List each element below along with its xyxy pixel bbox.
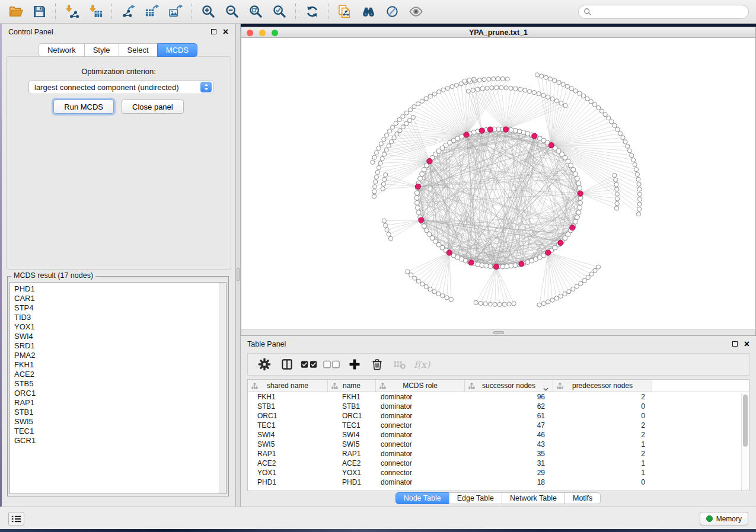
- run-mcds-button[interactable]: Run MCDS: [53, 100, 114, 114]
- cell-name: ACE2: [328, 459, 376, 468]
- network-canvas[interactable]: [241, 38, 755, 329]
- close-window-button[interactable]: [247, 30, 253, 36]
- tab-edge-table[interactable]: Edge Table: [449, 492, 502, 504]
- search-icon: [583, 8, 592, 16]
- export-table-button[interactable]: [140, 2, 164, 22]
- select-all-columns-button[interactable]: [298, 355, 321, 374]
- mcds-result-item[interactable]: PMA2: [14, 351, 226, 360]
- close-panel-icon[interactable]: ×: [744, 341, 749, 347]
- tab-mcds[interactable]: MCDS: [157, 43, 197, 57]
- maximize-window-button[interactable]: [272, 30, 278, 36]
- table-row[interactable]: YOX1YOX1connector291: [248, 468, 749, 477]
- find-button[interactable]: [356, 2, 380, 22]
- tab-motifs[interactable]: Motifs: [564, 492, 601, 504]
- zoom-in-button[interactable]: [196, 2, 220, 22]
- list-icon: [11, 515, 21, 523]
- mcds-result-item[interactable]: CAR1: [14, 294, 226, 303]
- table-row[interactable]: SWI5SWI5connector431: [248, 440, 749, 449]
- cytoscape-window: Control Panel × NetworkStyleSelectMCDS O…: [0, 0, 756, 532]
- create-column-button[interactable]: [343, 355, 366, 374]
- table-row[interactable]: PHD1PHD1dominator180: [248, 477, 749, 487]
- splitter-handle[interactable]: [237, 268, 240, 281]
- close-panel-icon[interactable]: ×: [223, 29, 228, 35]
- table-row[interactable]: ACE2ACE2connector311: [248, 459, 749, 468]
- first-neighbors-button[interactable]: [404, 2, 428, 22]
- memory-button[interactable]: Memory: [700, 512, 748, 525]
- table-settings-button[interactable]: [253, 355, 276, 374]
- export-image-button[interactable]: [164, 2, 187, 22]
- column-header-name[interactable]: name: [328, 380, 376, 392]
- vertical-splitter[interactable]: [235, 24, 241, 507]
- search-box[interactable]: [578, 5, 749, 19]
- show-graphics-details-button[interactable]: [380, 2, 404, 22]
- horizontal-splitter[interactable]: [241, 329, 755, 335]
- splitter-handle[interactable]: [493, 331, 504, 334]
- cell-predecessor-nodes: 2: [553, 421, 652, 430]
- minimize-window-button[interactable]: [259, 30, 266, 36]
- cell-successor-nodes: 61: [465, 411, 553, 421]
- column-header-successor-nodes[interactable]: successor nodes: [465, 380, 553, 392]
- mcds-result-item[interactable]: STP4: [14, 303, 226, 313]
- import-table-button[interactable]: [84, 2, 107, 22]
- column-header-predecessor-nodes[interactable]: predecessor nodes: [553, 380, 652, 392]
- table-row[interactable]: SWI4SWI4dominator462: [248, 430, 749, 440]
- export-network-button[interactable]: [116, 2, 140, 22]
- mcds-result-item[interactable]: ORC1: [14, 389, 226, 398]
- network-titlebar[interactable]: YPA_prune.txt_1: [241, 27, 755, 38]
- tab-network[interactable]: Network: [39, 43, 85, 57]
- optimization-criterion-select[interactable]: largest connected component (undirected): [28, 80, 213, 94]
- mcds-result-item[interactable]: SWI4: [14, 332, 226, 341]
- export-network-icon: [121, 4, 136, 19]
- export-table-icon: [145, 4, 160, 19]
- table-row[interactable]: RAP1RAP1dominator352: [248, 449, 749, 459]
- tab-style[interactable]: Style: [84, 43, 119, 57]
- mcds-result-item[interactable]: STB1: [14, 408, 226, 417]
- save-session-button[interactable]: [27, 2, 51, 22]
- tab-select[interactable]: Select: [119, 43, 158, 57]
- float-panel-icon[interactable]: [211, 29, 216, 34]
- zoom-fit-button[interactable]: [244, 2, 267, 22]
- table-row[interactable]: ORC1ORC1dominator610: [248, 411, 749, 421]
- column-header-MCDS-role[interactable]: MCDS role: [376, 380, 465, 392]
- mcds-result-item[interactable]: SWI5: [14, 417, 226, 427]
- mcds-result-item[interactable]: TID3: [14, 313, 226, 322]
- show-panels-button[interactable]: [8, 512, 24, 525]
- tab-network-table[interactable]: Network Table: [502, 492, 565, 504]
- slashed-eye-icon: [385, 4, 400, 19]
- column-label: name: [343, 382, 361, 390]
- cell-name: YOX1: [328, 468, 376, 477]
- scrollbar-thumb[interactable]: [743, 395, 748, 447]
- network-graph[interactable]: [241, 38, 755, 329]
- open-file-button[interactable]: [4, 2, 27, 22]
- new-network-from-selection-button[interactable]: [333, 2, 356, 22]
- delete-columns-button[interactable]: [366, 355, 388, 374]
- table-scrollbar[interactable]: [741, 393, 749, 491]
- result-list-scrollbar[interactable]: [219, 283, 226, 493]
- mcds-result-item[interactable]: FKH1: [14, 360, 226, 370]
- zoom-out-button[interactable]: [220, 2, 244, 22]
- table-row[interactable]: STB1STB1dominator620: [248, 402, 749, 411]
- mcds-result-item[interactable]: RAP1: [14, 398, 226, 408]
- table-row[interactable]: FKH1FKH1dominator962: [248, 392, 749, 402]
- table-panel-header: Table Panel ×: [241, 336, 756, 352]
- apply-layout-button[interactable]: [300, 2, 324, 22]
- column-header-shared-name[interactable]: shared name: [248, 380, 328, 392]
- zoom-selected-button[interactable]: [267, 2, 291, 22]
- mcds-result-item[interactable]: PHD1: [14, 284, 226, 294]
- chevron-down-icon[interactable]: [543, 384, 548, 393]
- mcds-result-item[interactable]: TEC1: [14, 427, 226, 436]
- close-panel-button[interactable]: Close panel: [122, 100, 184, 114]
- mcds-result-item[interactable]: ACE2: [14, 370, 226, 379]
- float-panel-icon[interactable]: [732, 341, 738, 347]
- table-row[interactable]: TEC1TEC1connector472: [248, 421, 749, 430]
- mcds-result-item[interactable]: STB5: [14, 379, 226, 389]
- search-input[interactable]: [592, 8, 748, 16]
- show-columns-button[interactable]: [276, 355, 298, 374]
- unselect-all-columns-button[interactable]: [321, 355, 343, 374]
- tab-node-table[interactable]: Node Table: [395, 492, 449, 504]
- mcds-result-list[interactable]: PHD1CAR1STP4TID3YOX1SWI4SRD1PMA2FKH1ACE2…: [9, 282, 227, 494]
- mcds-result-item[interactable]: SRD1: [14, 341, 226, 351]
- mcds-result-item[interactable]: YOX1: [14, 322, 226, 332]
- import-network-button[interactable]: [60, 2, 84, 22]
- mcds-result-item[interactable]: GCR1: [14, 436, 226, 446]
